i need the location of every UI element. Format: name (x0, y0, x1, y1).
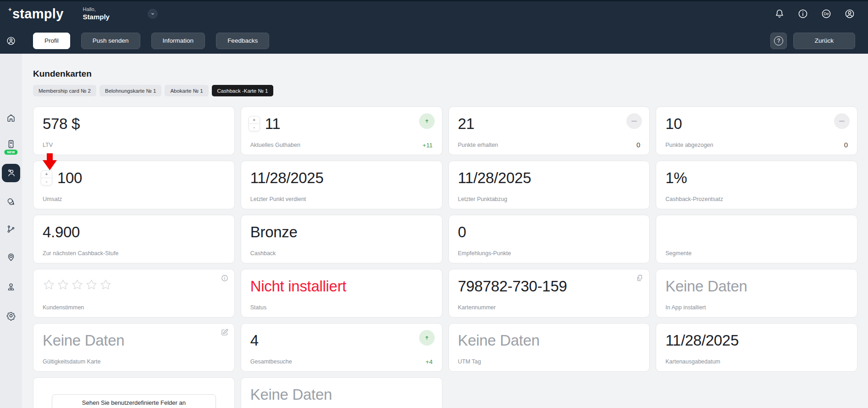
card-utm-tag: Keine Daten UTM Tag (448, 323, 650, 372)
person-icon (6, 282, 16, 292)
tab-information[interactable]: Information (151, 33, 205, 49)
sidebar-item-home[interactable] (6, 113, 16, 123)
card-aktuelles-guthaben: + - 11 Aktuelles Guthaben +11 (241, 106, 442, 155)
stat-label: LTV (43, 142, 53, 148)
tab-cashback-karte-1[interactable]: Cashback -Karte № 1 (212, 85, 274, 96)
logo-plus-icon: + (8, 6, 12, 12)
back-button[interactable]: Zurück (793, 33, 855, 49)
stat-value: 4.900 (43, 224, 225, 241)
stat-value: 578 $ (43, 115, 225, 133)
info-corner-button[interactable] (221, 274, 229, 282)
copy-button[interactable] (636, 274, 644, 282)
help-button[interactable]: ? (770, 33, 787, 49)
tab-push-senden[interactable]: Push senden (81, 33, 140, 49)
greeting-name: Stamply (83, 13, 110, 22)
stamply-logo: + stamply (8, 7, 64, 21)
edit-pencil-icon (221, 328, 229, 336)
card-punkte-abgezogen: 10 Punkte abgezogen 0 (656, 106, 857, 155)
stat-value: 11/28/2025 (665, 332, 848, 349)
stat-label: Kartenausgabedatum (665, 358, 720, 365)
tab-abokarte-1[interactable]: Abokarte № 1 (165, 85, 208, 96)
view-custom-fields-button[interactable]: Sehen Sie benutzerdefinierte Felder an (52, 394, 216, 408)
info-icon (797, 8, 808, 19)
star-outline-icon (100, 279, 112, 291)
greeting-hello: Hallo, (83, 6, 110, 13)
stat-label: Letzter Punkt verdient (250, 196, 306, 202)
language-button[interactable]: De (821, 8, 832, 19)
stat-label: Status (250, 304, 266, 311)
stat-value: Nicht installiert (250, 278, 433, 295)
logo-text: stamply (12, 7, 64, 21)
arrow-up-icon (423, 117, 431, 125)
sidebar-item-locations[interactable] (6, 252, 16, 262)
card-extra-keine-daten: Keine Daten (241, 377, 442, 408)
dash-icon (839, 121, 845, 122)
question-mark-icon: ? (774, 36, 783, 45)
header-row-top: + stamply Hallo, Stamply (0, 0, 868, 28)
card-kundenstimmen: Kundenstimmen (33, 269, 235, 318)
chevron-down-icon (149, 11, 156, 17)
stat-delta: 0 (844, 141, 848, 149)
info-icon (221, 274, 229, 282)
stat-label: Umsatz (43, 196, 62, 202)
tab-belohnungskarte-1[interactable]: Belohnungskarte № 1 (100, 85, 161, 96)
increment-button[interactable]: + (249, 116, 260, 124)
notifications-button[interactable] (774, 8, 785, 19)
card-kartenausgabedatum: 11/28/2025 Kartenausgabedatum (656, 323, 857, 372)
branch-icon (6, 224, 16, 235)
card-gueltigkeitsdatum: Keine Daten Gültigkeitsdatum Karte (33, 323, 235, 372)
info-button[interactable] (797, 8, 808, 19)
increment-button[interactable]: + (41, 170, 52, 178)
sidebar-item-integrations[interactable] (6, 224, 16, 235)
greeting: Hallo, Stamply (83, 6, 110, 22)
tab-membership-card-2[interactable]: Membership card № 2 (33, 85, 96, 96)
points-stepper: + - (249, 116, 260, 131)
edit-button[interactable] (221, 328, 229, 336)
stat-delta: +11 (423, 142, 433, 149)
sidebar-item-cards[interactable] (6, 139, 16, 149)
stat-value: Keine Daten (458, 332, 641, 349)
new-badge: NEW (4, 150, 17, 155)
account-dropdown-button[interactable] (148, 9, 158, 19)
sidebar-item-settings[interactable] (6, 311, 16, 321)
sidebar: NEW (0, 54, 22, 408)
trend-up-badge (419, 330, 435, 346)
tab-feedbacks[interactable]: Feedbacks (216, 33, 269, 49)
card-tabs: Membership card № 2 Belohnungskarte № 1 … (33, 85, 857, 96)
stat-value: 0 (458, 224, 641, 241)
stat-label: Kartennummer (458, 304, 496, 311)
sidebar-item-customers[interactable] (2, 164, 20, 182)
stat-value: 100 (57, 169, 225, 187)
location-pin-icon (6, 252, 16, 262)
card-cashback-prozentsatz: 1% Cashback-Prozentsatz (656, 161, 857, 209)
bell-icon (774, 8, 785, 19)
gear-icon (6, 311, 16, 321)
stat-delta: +4 (426, 358, 432, 365)
main-content: Kundenkarten Membership card № 2 Belohnu… (22, 54, 868, 408)
trend-neutral-badge (834, 113, 850, 129)
profile-person-icon (6, 36, 16, 46)
card-empfehlungs-punkte: 0 Empfehlungs-Punkte (448, 215, 650, 263)
card-letzter-punktabzug: 11/28/2025 Letzter Punktabzug (448, 161, 650, 209)
stat-label: Gesamtbesuche (250, 358, 292, 365)
arrow-up-icon (423, 334, 431, 341)
stat-value: Keine Daten (250, 386, 433, 403)
sidebar-item-referrals[interactable] (6, 282, 16, 292)
tab-profil[interactable]: Profil (33, 33, 70, 49)
page-title: Kundenkarten (33, 69, 857, 79)
stat-label: Zur nächsten Cashback-Stufe (43, 250, 118, 257)
stat-label: Punkte abgezogen (665, 142, 713, 148)
stat-value: Bronze (250, 224, 433, 241)
card-status: Nicht installiert Status (241, 269, 442, 318)
stat-label: In App installiert (665, 304, 706, 311)
stat-label: Letzter Punktabzug (458, 196, 508, 202)
decrement-button[interactable]: - (249, 123, 260, 131)
decrement-button[interactable]: - (41, 178, 52, 185)
account-button[interactable] (844, 8, 855, 19)
card-naechste-cashback-stufe: 4.900 Zur nächsten Cashback-Stufe (33, 215, 235, 263)
stat-value: 11 (265, 115, 433, 133)
card-punkte-erhalten: 21 Punkte erhalten 0 (448, 106, 650, 155)
sidebar-item-chat[interactable] (6, 197, 16, 207)
trend-neutral-badge (626, 113, 642, 129)
trend-up-badge (419, 113, 435, 129)
